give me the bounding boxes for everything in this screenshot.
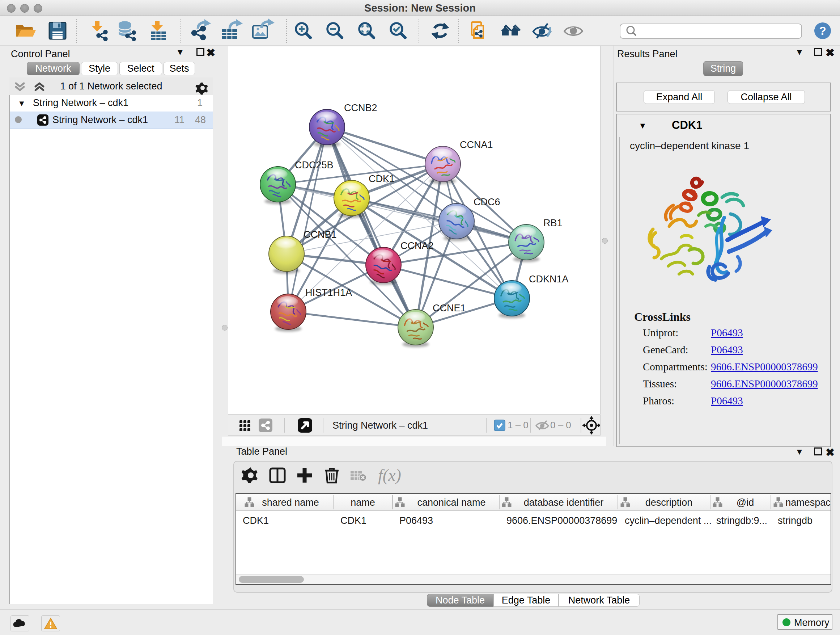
svg-text:CDK1: CDK1 [369, 173, 395, 184]
svg-text:description: description [645, 497, 693, 508]
svg-text:database identifier: database identifier [524, 497, 604, 508]
svg-text:CCNA2: CCNA2 [401, 241, 434, 251]
svg-text:CCNB2: CCNB2 [344, 103, 377, 113]
svg-text:RB1: RB1 [543, 218, 562, 228]
svg-text:CDKN1A: CDKN1A [529, 274, 569, 285]
svg-text:?: ? [819, 24, 826, 37]
svg-text:f(x): f(x) [378, 466, 401, 485]
svg-text:@id: @id [737, 497, 754, 508]
svg-text:canonical name: canonical name [417, 497, 485, 508]
svg-text:CCNE1: CCNE1 [433, 302, 466, 314]
svg-text:CDC6: CDC6 [474, 196, 500, 207]
svg-text:namespace: namespace [785, 497, 831, 508]
svg-text:CCNA1: CCNA1 [460, 139, 493, 150]
svg-text:CCNB1: CCNB1 [303, 229, 337, 240]
svg-text:CDC25B: CDC25B [295, 160, 333, 171]
svg-text:0 – 0: 0 – 0 [550, 420, 571, 431]
svg-text:name: name [351, 497, 375, 508]
svg-text:shared name: shared name [262, 497, 319, 508]
svg-text:String Network – cdk1: String Network – cdk1 [332, 420, 428, 431]
svg-text:HIST1H1A: HIST1H1A [305, 287, 352, 298]
svg-text:1 – 0: 1 – 0 [508, 420, 529, 431]
